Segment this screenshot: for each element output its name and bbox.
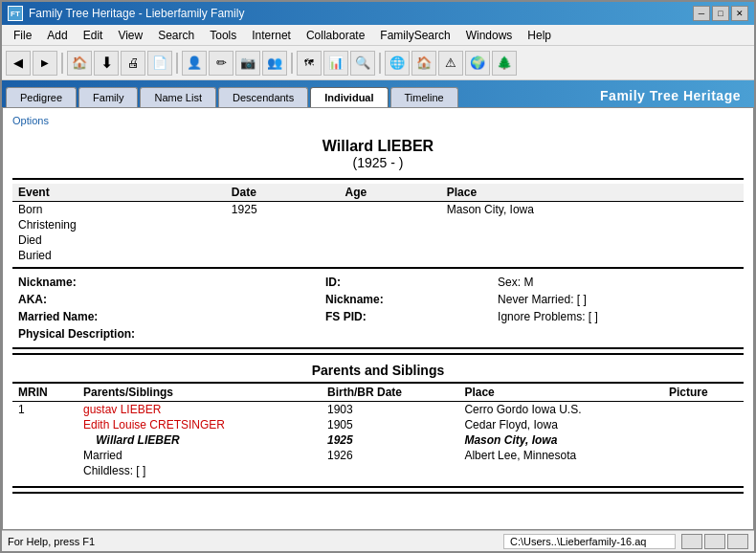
parents-top-divider [12,347,744,349]
tab-timeline[interactable]: Timeline [390,87,458,107]
mrin-empty-2 [12,432,78,448]
find-button[interactable]: 🔍 [350,51,375,76]
event-born: Born [12,202,226,218]
forward-button[interactable]: ▶ [33,51,57,76]
tab-individual[interactable]: Individual [310,87,388,107]
camera-button[interactable]: 📷 [235,51,260,76]
parent-gustav-date: 1903 [322,402,458,418]
col-parents-siblings: Parents/Siblings [78,383,322,402]
home-button[interactable]: 🏠 [67,51,92,76]
menu-search[interactable]: Search [150,27,202,44]
tab-pedigree[interactable]: Pedigree [6,87,77,107]
menu-internet[interactable]: Internet [244,27,299,44]
status-bar: For Help, press F1 C:\Users..\Lieberfami… [2,530,754,551]
status-buttons [681,534,748,549]
id-value [475,275,492,290]
back-button[interactable]: ◀ [6,51,31,76]
table-row: Born 1925 Mason City, Iowa [12,202,744,218]
status-btn-1[interactable] [681,534,702,549]
menu-windows[interactable]: Windows [458,27,521,44]
title-bar-left: FT Family Tree Heritage - Lieberfamily F… [8,6,244,21]
toolbar: ◀ ▶ 🏠 ⬇ 🖨 📄 👤 ✏ 📷 👥 🗺 📊 🔍 🌐 🏠 ⚠ 🌍 🌲 [2,46,754,80]
aka-label: AKA: [14,292,300,307]
tab-family[interactable]: Family [78,87,138,107]
status-btn-2[interactable] [704,534,725,549]
chart-button[interactable]: 📊 [323,51,348,76]
menu-collaborate[interactable]: Collaborate [299,27,372,44]
parent-edith-picture [663,417,744,432]
warning-button[interactable]: ⚠ [438,51,463,76]
tab-descendants[interactable]: Descendants [218,87,308,107]
parent-gustav-place: Cerro Gordo Iowa U.S. [458,402,663,418]
globe-button[interactable]: 🌍 [465,51,490,76]
col-age: Age [339,184,440,202]
group-button[interactable]: 👥 [262,51,287,76]
parent-edith[interactable]: Edith Louise CRETSINGER [78,417,322,432]
menu-tools[interactable]: Tools [202,27,244,44]
table-row: Willard LIEBER 1925 Mason City, Iowa [12,432,744,448]
down-button[interactable]: ⬇ [94,51,119,76]
nickname-label: Nickname: [14,275,300,290]
options-link[interactable]: Options [12,115,49,126]
toolbar-separator-4 [379,53,381,74]
brand-label: Family Tree Heritage [590,84,750,107]
married-label: Married [78,448,322,463]
physical-desc-value [302,326,742,342]
print-button[interactable]: 🖨 [121,51,145,76]
id-label: ID: [322,275,473,290]
event-born-date: 1925 [226,202,340,218]
menu-familysearch[interactable]: FamilySearch [372,27,457,44]
table-row: Childless: [ ] [12,463,744,478]
status-btn-3[interactable] [727,534,748,549]
menu-bar: File Add Edit View Search Tools Internet… [2,25,754,46]
event-christening-place [441,217,744,232]
status-help-text: For Help, press F1 [8,536,503,547]
minimize-button[interactable]: ─ [693,6,710,21]
menu-view[interactable]: View [110,27,150,44]
sibling-willard-place: Mason City, Iowa [458,432,663,448]
person-dates: (1925 - ) [12,155,744,170]
col-place: Place [458,383,663,402]
parent-gustav[interactable]: gustav LIEBER [78,402,322,418]
edit-button[interactable]: ✏ [209,51,233,76]
aka-value [302,292,320,307]
col-place: Place [441,184,744,202]
never-married: Never Married: [ ] [494,292,742,307]
childless-place [458,463,663,478]
house-button[interactable]: 🏠 [411,51,436,76]
nickname2-value [475,292,492,307]
mrin-empty-4 [12,463,78,478]
col-date: Date [226,184,340,202]
document-button[interactable]: 📄 [147,51,172,76]
toolbar-separator-3 [291,53,293,74]
table-row: Married 1926 Albert Lee, Minnesota [12,448,744,463]
event-born-place: Mason City, Iowa [441,202,744,218]
fs-pid-label: FS PID: [322,309,473,324]
tab-name-list[interactable]: Name List [140,87,216,107]
event-buried-place [441,248,744,263]
details-row-4: Physical Description: [14,326,742,342]
married-place: Albert Lee, Minnesota [458,448,663,463]
childless-date [322,463,458,478]
married-name-value [302,309,320,324]
menu-edit[interactable]: Edit [76,27,111,44]
close-button[interactable]: ✕ [731,6,748,21]
menu-file[interactable]: File [6,27,39,44]
map-button[interactable]: 🗺 [297,51,322,76]
event-buried-age [339,248,440,263]
internet-button[interactable]: 🌐 [385,51,410,76]
maximize-button[interactable]: □ [712,6,729,21]
event-died-age [339,232,440,248]
person-button[interactable]: 👤 [182,51,207,76]
sibling-willard[interactable]: Willard LIEBER [78,432,322,448]
mrin-empty-3 [12,448,78,463]
parents-section-header: Parents and Siblings [12,363,744,378]
tree-button[interactable]: 🌲 [492,51,517,76]
menu-help[interactable]: Help [520,27,559,44]
main-content: Options Willard LIEBER (1925 - ) Event D… [2,107,754,530]
menu-add[interactable]: Add [39,27,75,44]
sex-label: Sex: M [494,275,742,290]
bottom-divider1 [12,486,744,488]
table-row: 1 gustav LIEBER 1903 Cerro Gordo Iowa U.… [12,402,744,418]
person-name: Willard LIEBER [12,138,744,155]
